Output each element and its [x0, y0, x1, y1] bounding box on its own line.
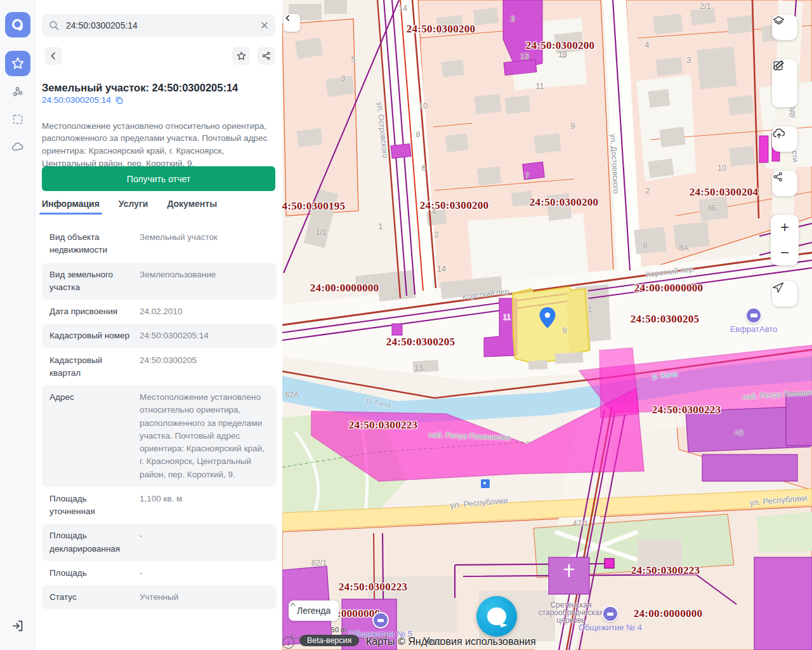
tab-information[interactable]: Информация: [42, 199, 100, 215]
login-button[interactable]: [5, 613, 30, 639]
share-button[interactable]: [258, 47, 275, 65]
row-label: Вид земельного участка: [49, 269, 131, 295]
map-base-svg: [282, 0, 812, 650]
table-row: АдресМестоположение установлено относите…: [42, 385, 277, 487]
row-value: 24:50:0300205:14: [140, 329, 269, 342]
table-row: Площадь уточненная1,100 кв. м: [42, 487, 277, 524]
row-label: Вид объекта недвижимости: [49, 231, 131, 257]
table-row: Площадь-: [42, 561, 277, 585]
table-row: Вид земельного участкаЗемлепользование: [42, 263, 277, 300]
table-row: Дата присвоения24.02.2010: [42, 300, 277, 324]
row-value: -: [140, 567, 269, 580]
row-value: Земельный участок: [140, 231, 269, 257]
cadastral-number-link[interactable]: 24:50:0300205:14: [42, 95, 124, 105]
terms-link[interactable]: Условия использования: [423, 636, 536, 647]
table-row: Вид объекта недвижимостиЗемельный участо…: [42, 225, 277, 263]
sidebar-item-area-select[interactable]: [5, 107, 30, 132]
beta-badge: Beta-версия: [299, 635, 359, 646]
sidebar-item-objects[interactable]: [5, 79, 30, 104]
row-label: Дата присвоения: [49, 305, 131, 318]
back-button[interactable]: [44, 47, 62, 65]
logo-a-icon: [10, 17, 26, 33]
chevron-left-icon: [48, 51, 58, 61]
clear-search-icon[interactable]: ✕: [260, 20, 269, 31]
sidebar-rail: [0, 0, 36, 650]
row-value: 1,100 кв. м: [140, 493, 269, 519]
object-description: Местоположение установлено относительно …: [42, 120, 277, 171]
object-panel: ✕ Земельный участок: 24:50:0300205:14 24…: [35, 0, 282, 650]
row-value: 24.02.2010: [140, 305, 269, 318]
info-icon[interactable]: i: [282, 637, 294, 649]
collapse-panel-button[interactable]: [284, 14, 300, 32]
cloud-upload-icon: [772, 126, 786, 140]
table-row: СтатусУчтенный: [42, 585, 277, 609]
copy-icon[interactable]: [115, 96, 124, 105]
app-logo[interactable]: [5, 12, 30, 37]
row-label: Адрес: [49, 391, 131, 481]
selection-frame-icon: [11, 112, 25, 126]
chat-bubble-icon: [487, 607, 506, 625]
zoom-in-button[interactable]: +: [771, 215, 799, 240]
login-icon: [11, 619, 25, 633]
row-value: 24:50:0300205: [140, 354, 269, 380]
zoom-control: + −: [771, 215, 799, 265]
row-value: Учтенный: [140, 591, 269, 604]
row-label: Площадь: [49, 567, 131, 580]
legend-label: Легенда: [297, 606, 331, 616]
panel-tabs: Информация Услуги Документы: [42, 199, 275, 215]
chat-button[interactable]: [476, 596, 517, 637]
panel-toolbar: [42, 47, 275, 65]
zoom-out-button[interactable]: −: [771, 240, 799, 265]
nodes-icon: [10, 84, 25, 99]
cloud-icon: [11, 140, 25, 154]
info-table: Вид объекта недвижимостиЗемельный участо…: [42, 225, 277, 609]
share-icon: [261, 51, 272, 61]
sidebar-item-cloud[interactable]: [5, 134, 30, 159]
get-report-button[interactable]: Получить отчет: [42, 166, 275, 191]
search-bar[interactable]: ✕: [42, 14, 275, 37]
row-value: Землепользование: [140, 269, 269, 295]
sidebar-item-favorites[interactable]: [5, 51, 30, 76]
layers-icon: [772, 15, 785, 28]
row-label: Площадь уточненная: [49, 493, 131, 519]
table-row: Площадь декларированная-: [42, 524, 277, 561]
page-title: Земельный участок: 24:50:0300205:14: [42, 82, 275, 94]
cadastral-number-text[interactable]: 24:50:0300205:14: [42, 95, 111, 105]
row-value: -: [140, 529, 269, 555]
share-map-button[interactable]: [772, 171, 797, 196]
tab-services[interactable]: Услуги: [119, 199, 148, 215]
edit-icon: [772, 59, 785, 72]
row-label: Кадастровый квартал: [49, 354, 131, 380]
locate-button[interactable]: [772, 281, 797, 307]
legend-button[interactable]: Легенда: [289, 600, 339, 621]
table-row: Кадастровый квартал24:50:0300205: [42, 348, 277, 386]
navigation-arrow-icon: [772, 281, 785, 294]
upload-button[interactable]: [772, 126, 797, 152]
table-row: Кадастровый номер24:50:0300205:14: [42, 324, 277, 348]
star-outline-icon: [236, 51, 247, 62]
draw-button[interactable]: [772, 83, 797, 107]
map-canvas[interactable]: Сретенская старообрядческая церковь 24:5…: [282, 0, 812, 650]
row-label: Кадастровый номер: [49, 329, 131, 342]
tab-documents[interactable]: Документы: [167, 199, 217, 215]
star-icon: [10, 56, 25, 71]
row-label: Статус: [49, 591, 131, 604]
measure-draw-group: [772, 59, 797, 107]
share-icon: [772, 171, 784, 183]
chevron-left-icon: [284, 14, 292, 22]
search-icon: [48, 20, 60, 31]
search-input[interactable]: [65, 20, 255, 31]
scale-value: 50 m: [291, 626, 386, 633]
layers-button[interactable]: [772, 15, 797, 40]
row-value: Местоположение установлено относительно …: [140, 391, 269, 481]
row-label: Площадь декларированная: [49, 529, 131, 555]
favorite-button[interactable]: [232, 47, 250, 65]
chevron-up-icon: [289, 600, 297, 609]
app-window: ✕ Земельный участок: 24:50:0300205:14 24…: [0, 0, 812, 650]
